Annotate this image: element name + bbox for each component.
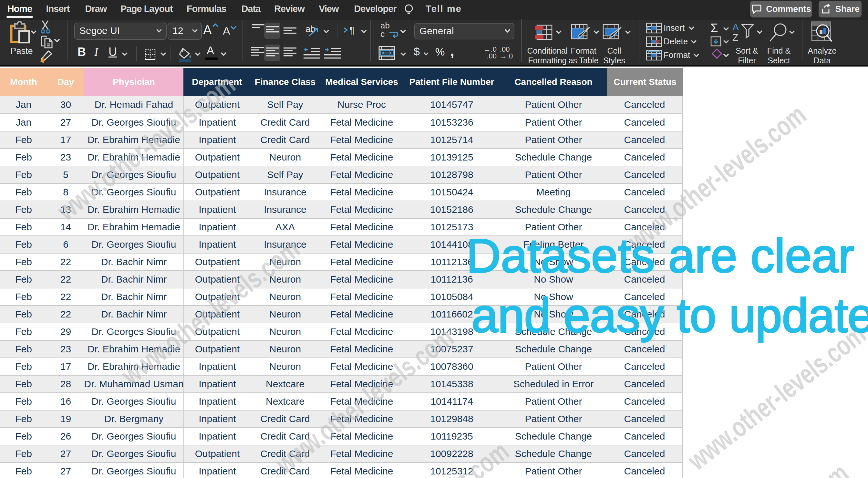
svg-text:A: A bbox=[733, 23, 739, 32]
svg-text:Z: Z bbox=[733, 32, 738, 42]
